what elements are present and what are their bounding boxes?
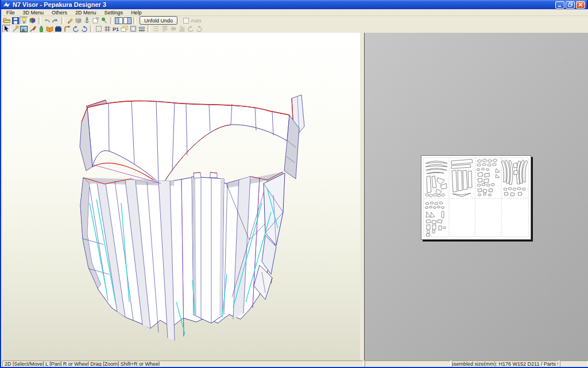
open-folder-icon xyxy=(3,17,10,24)
paint-brush-button[interactable] xyxy=(28,25,37,33)
dark-box-button[interactable] xyxy=(54,25,63,33)
menu-2d-menu[interactable]: 2D Menu xyxy=(71,9,100,16)
align-middle-icon xyxy=(170,25,177,32)
glue-bottle-icon xyxy=(38,25,45,33)
status-assembled-info: Assembled size(mm): H176 W152 D211 / Par… xyxy=(452,361,559,367)
main-toolbar: Unfold Undo Auto xyxy=(2,16,588,25)
select-move-button[interactable] xyxy=(2,25,11,33)
edit-mode-button[interactable] xyxy=(65,17,74,25)
open-file-button[interactable] xyxy=(2,17,11,25)
bend-arrow-icon xyxy=(64,25,71,32)
layers-icon xyxy=(121,25,128,32)
menu-3d-menu[interactable]: 3D Menu xyxy=(19,9,48,16)
scale-tool-button[interactable] xyxy=(11,25,20,33)
arrange-layers-button[interactable] xyxy=(120,25,129,33)
light-toggle-button[interactable] xyxy=(20,17,28,25)
svg-text:P1: P1 xyxy=(113,26,119,32)
restore-icon xyxy=(568,2,573,7)
anchor-button[interactable] xyxy=(83,17,91,25)
menu-help[interactable]: Help xyxy=(127,9,146,16)
unfold-undo-button[interactable]: Unfold Undo xyxy=(140,16,177,25)
viewport-2d[interactable] xyxy=(364,33,588,361)
select-area-button[interactable] xyxy=(94,25,103,33)
part-box-button[interactable] xyxy=(91,17,100,25)
flatten-parts-button[interactable] xyxy=(137,25,146,33)
glue-tab-button[interactable] xyxy=(37,25,45,33)
rotate-ccw-icon xyxy=(72,25,79,32)
close-icon xyxy=(578,2,583,7)
framed-page-icon xyxy=(130,25,137,32)
rotate-cw-gray-icon xyxy=(196,25,203,32)
anchor-icon xyxy=(83,17,91,24)
menu-settings[interactable]: Settings xyxy=(100,9,127,16)
rotate-right-button[interactable] xyxy=(80,25,88,33)
pattern-page[interactable] xyxy=(421,155,531,240)
open-book-button[interactable] xyxy=(45,25,54,33)
rotate-ccw-button-disabled[interactable] xyxy=(186,25,195,33)
title-bar[interactable]: N7 Visor - Pepakura Designer 3 xyxy=(1,0,587,9)
menu-bar: File 3D Menu Others 2D Menu Settings Hel… xyxy=(2,9,588,16)
color-cube-icon xyxy=(29,17,36,24)
rotate-cw-button-disabled[interactable] xyxy=(195,25,203,33)
align-bottom-button-disabled[interactable] xyxy=(177,25,186,33)
key-tool-icon xyxy=(12,25,19,32)
align-list-icon xyxy=(153,25,160,32)
toolbar-separator xyxy=(38,17,41,24)
rotate-ccw-gray-icon xyxy=(187,25,194,32)
texture-button[interactable] xyxy=(28,17,37,25)
align-top-button-disabled[interactable] xyxy=(160,25,169,33)
layout-3d-pane-button[interactable] xyxy=(114,17,123,25)
crosshair-icon xyxy=(104,25,111,32)
app-window: N7 Visor - Pepakura Designer 3 File 3D M… xyxy=(0,0,588,368)
pin-icon xyxy=(100,17,108,24)
toolbar-separator xyxy=(61,17,64,24)
undo-arrow-icon xyxy=(43,17,51,24)
toolbar-separator xyxy=(90,25,92,32)
app-icon xyxy=(3,1,10,9)
frame-page-button[interactable] xyxy=(129,25,137,33)
split-view-left-icon xyxy=(115,17,123,24)
image-icon xyxy=(20,26,28,32)
viewport-3d[interactable] xyxy=(2,33,360,361)
minimize-button[interactable] xyxy=(555,1,564,9)
toolbar-separator xyxy=(110,17,113,24)
window-title: N7 Visor - Pepakura Designer 3 xyxy=(13,1,554,8)
align-bottom-icon xyxy=(179,25,185,32)
flatten-icon xyxy=(138,26,145,32)
redo-button[interactable] xyxy=(51,17,60,25)
brush-icon xyxy=(29,25,36,32)
select-arrow-icon xyxy=(3,25,10,32)
align-list-button-disabled[interactable] xyxy=(152,25,160,33)
toolbar-separator xyxy=(148,25,150,32)
maximize-button[interactable] xyxy=(566,1,575,9)
layout-2d-pane-button[interactable] xyxy=(123,17,131,25)
menu-others[interactable]: Others xyxy=(48,9,71,16)
bend-arrow-button[interactable] xyxy=(63,25,71,33)
status-assembled-text: Assembled size(mm): H176 W152 D211 / Par… xyxy=(452,361,559,367)
gray-box-icon xyxy=(75,17,82,24)
light-bulb-icon xyxy=(21,17,28,24)
insert-image-button[interactable] xyxy=(20,25,28,33)
pin-joint-button[interactable] xyxy=(100,17,109,25)
navy-box-icon xyxy=(55,26,62,32)
align-middle-button-disabled[interactable] xyxy=(169,25,177,33)
rotate-left-button[interactable] xyxy=(71,25,80,33)
material-box-button[interactable] xyxy=(74,17,83,25)
auto-checkbox-label: Auto xyxy=(191,18,202,24)
split-view-right-icon xyxy=(123,17,131,24)
menu-file[interactable]: File xyxy=(2,9,19,16)
close-button[interactable] xyxy=(576,1,585,9)
redo-arrow-icon xyxy=(52,17,59,24)
status-spacer xyxy=(365,361,451,367)
snap-grid-button[interactable] xyxy=(103,25,111,33)
pencil-icon xyxy=(66,17,74,24)
book-icon xyxy=(46,25,53,32)
align-top-icon xyxy=(161,25,168,32)
2d-toolbar: P1 xyxy=(2,25,588,33)
part-number-icon: P1 xyxy=(112,25,119,32)
auto-checkbox[interactable] xyxy=(183,18,189,24)
undo-button[interactable] xyxy=(42,17,51,25)
save-button[interactable] xyxy=(11,17,20,25)
pane-splitter[interactable] xyxy=(360,33,364,361)
part-number-button[interactable]: P1 xyxy=(111,25,120,33)
